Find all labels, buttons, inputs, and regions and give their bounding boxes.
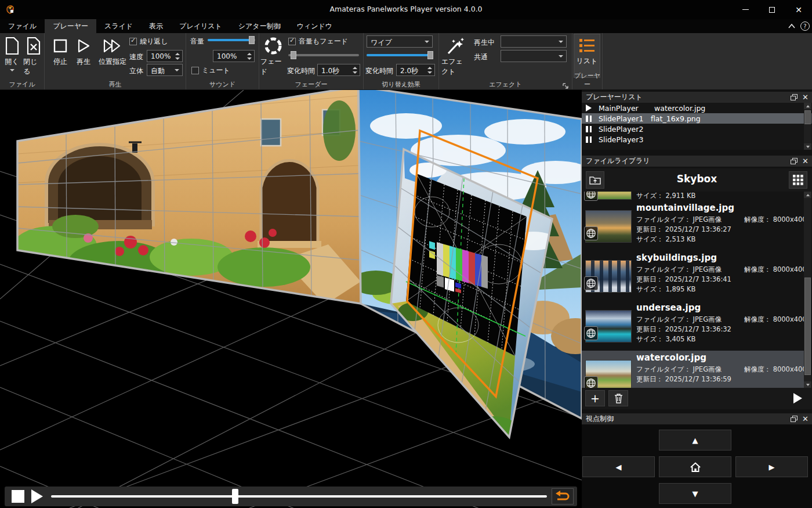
open-dropdown-arrow-icon[interactable] bbox=[10, 69, 14, 71]
speed-spinner[interactable]: 100% bbox=[147, 50, 183, 62]
file-row-partial[interactable]: サイズ： 2,911 KB bbox=[582, 192, 804, 201]
grid-view-button[interactable] bbox=[789, 171, 807, 189]
transport-loop-button[interactable] bbox=[552, 488, 574, 505]
delete-file-button[interactable] bbox=[608, 390, 628, 406]
scroll-down-button[interactable] bbox=[804, 381, 811, 388]
ribbon-group-effect: エフェクト 再生中 共通 エフェクト bbox=[439, 33, 572, 89]
play-icon bbox=[793, 393, 802, 403]
fader-duration-spinner[interactable]: 1.0秒 bbox=[317, 64, 360, 76]
transition-slider[interactable] bbox=[367, 51, 433, 59]
repeat-checkbox[interactable]: ✓ 繰り返し bbox=[129, 37, 168, 46]
volume-slider-thumb[interactable] bbox=[249, 36, 255, 44]
transition-duration-spinner[interactable]: 2.0秒 bbox=[396, 64, 435, 76]
tab-theater-control[interactable]: シアター制御 bbox=[230, 19, 289, 33]
globe-icon bbox=[586, 328, 596, 338]
tab-file[interactable]: ファイル bbox=[0, 19, 45, 33]
help-button[interactable]: ? bbox=[800, 21, 810, 31]
float-panel-icon[interactable] bbox=[791, 94, 798, 100]
player-row-slideplayer3[interactable]: SlidePlayer3 bbox=[582, 134, 812, 145]
stereo-dropdown[interactable]: 自動 bbox=[147, 64, 183, 76]
stage-3d-viewport[interactable] bbox=[0, 90, 582, 508]
collapse-ribbon-button[interactable] bbox=[786, 21, 797, 31]
tab-player[interactable]: プレーヤー bbox=[45, 19, 96, 33]
float-panel-icon[interactable] bbox=[791, 158, 798, 164]
scrollbar-thumb[interactable] bbox=[804, 278, 811, 375]
close-file-icon bbox=[26, 37, 41, 55]
group-label-file: ファイル bbox=[0, 80, 44, 89]
pan-left-button[interactable]: ◀ bbox=[582, 456, 655, 477]
tab-slide[interactable]: スライド bbox=[96, 19, 141, 33]
fader-slider[interactable] bbox=[288, 51, 359, 59]
pan-right-button[interactable]: ▶ bbox=[735, 456, 808, 477]
volume-fade-checkbox[interactable]: ✓ 音量もフェード bbox=[288, 37, 348, 46]
file-library-list: サイズ： 2,911 KB mountainvillage.jpg ファイルタイ… bbox=[582, 192, 804, 388]
home-view-button[interactable] bbox=[659, 456, 731, 477]
seek-position-button[interactable]: 位置指定 bbox=[96, 35, 129, 67]
file-row-mountainvillage[interactable]: mountainvillage.jpg ファイルタイプ： JPEG画像 解像度：… bbox=[582, 201, 804, 251]
add-file-button[interactable]: + bbox=[585, 390, 605, 406]
sidebar: プレーヤーリスト ✕ MainPlayer watercolor.jpg Sli… bbox=[582, 90, 812, 508]
group-label-transition: 切り替え効果 bbox=[364, 80, 438, 89]
arrow-up-icon: ▲ bbox=[693, 436, 698, 445]
stop-button[interactable]: 停止 bbox=[49, 35, 71, 67]
scroll-up-button[interactable] bbox=[804, 192, 811, 198]
close-button[interactable]: ✕ bbox=[785, 0, 812, 19]
spinner-arrows-icon[interactable] bbox=[174, 51, 181, 62]
dropdown-arrow-icon bbox=[559, 55, 563, 57]
scroll-down-button[interactable] bbox=[804, 143, 811, 150]
playing-icon bbox=[586, 105, 592, 111]
effect-playing-dropdown[interactable] bbox=[501, 35, 567, 48]
minimize-button[interactable] bbox=[732, 0, 759, 19]
magic-wand-icon bbox=[445, 36, 465, 56]
transport-seek-slider[interactable] bbox=[51, 487, 547, 506]
trash-icon bbox=[614, 394, 623, 403]
pan-up-button[interactable]: ▲ bbox=[659, 430, 731, 451]
transport-play-button[interactable] bbox=[31, 489, 43, 503]
open-button[interactable]: 開く bbox=[2, 35, 22, 71]
group-label-effect: エフェクト bbox=[439, 80, 572, 89]
file-row-watercolor[interactable]: watercolor.jpg ファイルタイプ： JPEG画像 解像度： 8000… bbox=[582, 351, 804, 388]
fast-forward-icon bbox=[103, 38, 122, 53]
effect-common-dropdown[interactable] bbox=[501, 50, 567, 62]
play-file-button[interactable] bbox=[786, 390, 809, 406]
effect-common-label: 共通 bbox=[474, 52, 488, 62]
file-library-scrollbar[interactable] bbox=[804, 192, 811, 388]
tab-playlist[interactable]: プレイリスト bbox=[171, 19, 230, 33]
stop-icon bbox=[53, 38, 68, 53]
player-row-mainplayer[interactable]: MainPlayer watercolor.jpg bbox=[582, 103, 812, 113]
player-row-slideplayer1[interactable]: SlidePlayer1 flat_16x9.png bbox=[582, 113, 812, 124]
pan-down-button[interactable]: ▼ bbox=[659, 483, 731, 504]
maximize-button[interactable] bbox=[759, 0, 785, 19]
mute-checkbox[interactable]: ミュート bbox=[191, 66, 230, 75]
transition-type-dropdown[interactable]: ワイプ bbox=[367, 35, 433, 48]
player-row-slideplayer2[interactable]: SlidePlayer2 bbox=[582, 124, 812, 134]
tab-view[interactable]: 表示 bbox=[141, 19, 171, 33]
file-row-skybuildings[interactable]: skybuildings.jpg ファイルタイプ： JPEG画像 解像度： 80… bbox=[582, 251, 804, 301]
transport-seek-thumb[interactable] bbox=[232, 489, 238, 504]
file-library-panel-title: ファイルライブラリ bbox=[582, 156, 791, 166]
player-list-scrollbar[interactable] bbox=[804, 103, 811, 150]
float-panel-icon[interactable] bbox=[791, 416, 798, 422]
scrollbar-thumb[interactable] bbox=[804, 110, 811, 124]
volume-slider[interactable] bbox=[208, 36, 255, 44]
transport-stop-button[interactable] bbox=[12, 490, 24, 503]
file-row-undersea[interactable]: undersea.jpg ファイルタイプ： JPEG画像 解像度： 8000x4… bbox=[582, 301, 804, 351]
fade-button[interactable]: フェード bbox=[260, 35, 286, 77]
spinner-arrows-icon[interactable] bbox=[351, 64, 358, 75]
close-panel-icon[interactable]: ✕ bbox=[802, 157, 809, 165]
tab-window[interactable]: ウィンドウ bbox=[289, 19, 340, 33]
menu-right-controls: ? bbox=[786, 19, 810, 33]
panel-left-courtyard bbox=[12, 90, 371, 322]
close-file-button[interactable]: 閉じる bbox=[23, 35, 44, 77]
transition-slider-thumb[interactable] bbox=[427, 51, 433, 59]
volume-spinner[interactable]: 100% bbox=[213, 50, 255, 62]
scroll-up-button[interactable] bbox=[804, 103, 811, 109]
spinner-arrows-icon[interactable] bbox=[246, 51, 253, 62]
close-panel-icon[interactable]: ✕ bbox=[802, 415, 809, 423]
close-panel-icon[interactable]: ✕ bbox=[802, 93, 809, 101]
spinner-arrows-icon[interactable] bbox=[426, 64, 433, 75]
globe-icon bbox=[586, 192, 596, 199]
effect-button[interactable]: エフェクト bbox=[441, 35, 469, 77]
play-button[interactable]: 再生 bbox=[72, 35, 95, 67]
fader-slider-thumb[interactable] bbox=[291, 51, 296, 59]
